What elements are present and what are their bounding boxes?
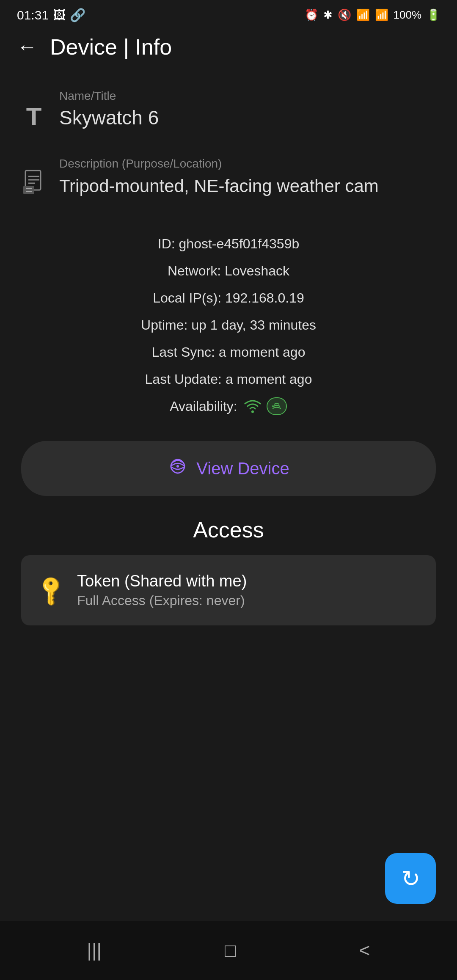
time-display: 01:31 bbox=[17, 8, 49, 22]
bluetooth-icon: ✱ bbox=[323, 8, 333, 22]
description-value: Tripod-mounted, NE-facing weather cam bbox=[59, 174, 436, 199]
link-icon: 🔗 bbox=[70, 8, 85, 22]
nav-back-button[interactable]: < bbox=[359, 940, 370, 961]
access-info: Token (Shared with me) Full Access (Expi… bbox=[77, 572, 419, 608]
access-card: 🔑 Token (Shared with me) Full Access (Ex… bbox=[21, 555, 436, 625]
device-availability: Availability: bbox=[30, 393, 427, 420]
content-area: T Name/Title Skywatch 6 Description (Pur… bbox=[0, 72, 457, 921]
mute-icon: 🔇 bbox=[338, 8, 351, 22]
text-icon: T bbox=[21, 102, 47, 131]
divider-1 bbox=[21, 144, 436, 144]
svg-rect-8 bbox=[267, 398, 286, 415]
view-device-icon bbox=[168, 456, 188, 481]
device-network: Network: Loveshack bbox=[30, 257, 427, 284]
device-local-ips: Local IP(s): 192.168.0.19 bbox=[30, 284, 427, 311]
page-title: Device | Info bbox=[50, 34, 172, 60]
device-info-block: ID: ghost-e45f01f4359b Network: Loveshac… bbox=[21, 217, 436, 432]
wifi-available-icon bbox=[243, 398, 262, 415]
name-field-content: Name/Title Skywatch 6 bbox=[59, 89, 436, 129]
nav-home-button[interactable]: □ bbox=[225, 940, 236, 961]
header: ← Device | Info bbox=[0, 26, 457, 72]
battery-icon: 🔋 bbox=[427, 8, 440, 22]
name-value: Skywatch 6 bbox=[59, 106, 436, 129]
view-device-label: View Device bbox=[196, 459, 289, 478]
access-section-title: Access bbox=[21, 517, 436, 542]
status-right: ⏰ ✱ 🔇 📶 📶 100% 🔋 bbox=[305, 8, 440, 22]
nav-bar: ||| □ < bbox=[0, 921, 457, 980]
nav-menu-button[interactable]: ||| bbox=[87, 940, 102, 961]
svg-point-10 bbox=[176, 465, 179, 468]
key-icon: 🔑 bbox=[33, 573, 69, 608]
name-label: Name/Title bbox=[59, 89, 436, 103]
availability-label: Availability: bbox=[170, 393, 237, 420]
wifi-icon: 📶 bbox=[356, 8, 370, 22]
access-subtitle: Full Access (Expires: never) bbox=[77, 593, 419, 608]
description-label: Description (Purpose/Location) bbox=[59, 157, 436, 171]
status-left: 01:31 🖼 🔗 bbox=[17, 8, 85, 22]
device-last-sync: Last Sync: a moment ago bbox=[30, 339, 427, 366]
gallery-icon: 🖼 bbox=[53, 8, 66, 22]
alarm-icon: ⏰ bbox=[305, 8, 318, 22]
document-icon bbox=[21, 170, 47, 200]
divider-2 bbox=[21, 213, 436, 213]
refresh-fab[interactable]: ↻ bbox=[385, 853, 436, 904]
tag-available-icon bbox=[266, 397, 287, 416]
description-field-row: Description (Purpose/Location) Tripod-mo… bbox=[21, 149, 436, 209]
device-uptime: Uptime: up 1 day, 33 minutes bbox=[30, 311, 427, 339]
device-last-update: Last Update: a moment ago bbox=[30, 366, 427, 393]
svg-rect-4 bbox=[23, 186, 34, 194]
name-field-row: T Name/Title Skywatch 6 bbox=[21, 81, 436, 140]
description-field-content: Description (Purpose/Location) Tripod-mo… bbox=[59, 157, 436, 199]
battery-display: 100% bbox=[394, 8, 422, 22]
svg-point-7 bbox=[251, 410, 254, 413]
refresh-icon: ↻ bbox=[401, 865, 420, 892]
svg-point-9 bbox=[272, 405, 274, 407]
back-button[interactable]: ← bbox=[17, 37, 37, 57]
availability-icons bbox=[243, 397, 287, 416]
access-title: Token (Shared with me) bbox=[77, 572, 419, 590]
view-device-button[interactable]: View Device bbox=[21, 441, 436, 496]
status-bar: 01:31 🖼 🔗 ⏰ ✱ 🔇 📶 📶 100% 🔋 bbox=[0, 0, 457, 26]
signal-icon: 📶 bbox=[375, 8, 388, 22]
device-id: ID: ghost-e45f01f4359b bbox=[30, 230, 427, 257]
